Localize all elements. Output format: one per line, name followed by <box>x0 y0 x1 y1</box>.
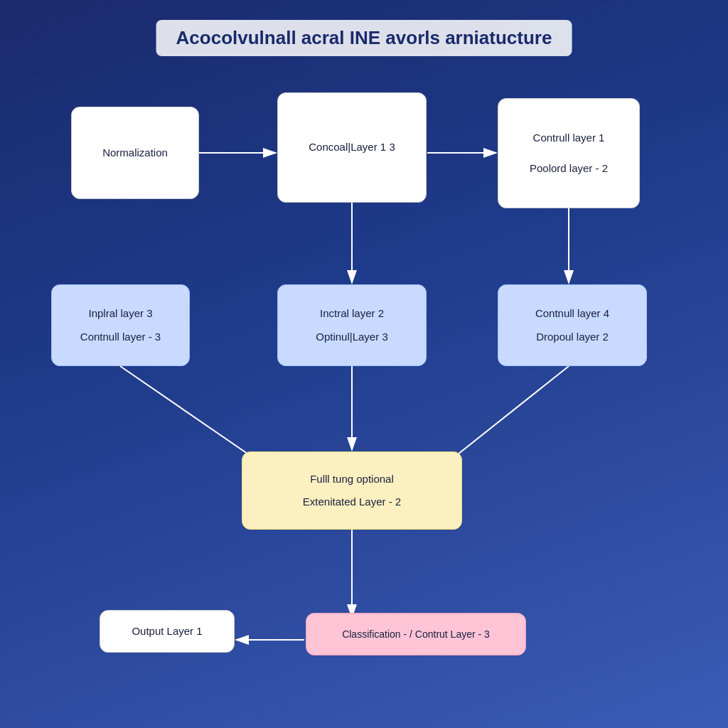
input-layer3-label1: Inplral layer 3 <box>88 306 152 322</box>
incral-layer2-box: Inctral layer 2 Optinul|Layer 3 <box>277 284 427 366</box>
diagram-title: Acocolvulnall acral INE avorls arniatuct… <box>156 20 572 56</box>
convolutional-layer-box: Concoal|Layer 1 3 <box>277 92 427 203</box>
input-layer3-label2: Contnull layer - 3 <box>80 329 161 346</box>
output-layer-label: Output Layer 1 <box>132 623 202 640</box>
control-layer1-label1: Contrull layer 1 <box>533 130 605 146</box>
full-layer-label2: Extenitated Layer - 2 <box>303 494 401 510</box>
full-layer-label1: Fulll tung optional <box>310 471 394 488</box>
output-layer-box: Output Layer 1 <box>100 610 235 653</box>
normalization-box: Normalization <box>71 107 199 199</box>
full-layer-box: Fulll tung optional Extenitated Layer - … <box>242 451 462 530</box>
contnull-layer4-label2: Dropoul layer 2 <box>536 329 609 346</box>
contnull-layer4-box: Contnull layer 4 Dropoul layer 2 <box>498 284 647 366</box>
input-layer3-box: Inplral layer 3 Contnull layer - 3 <box>51 284 190 366</box>
classification-layer-box: Classification - / Contrut Layer - 3 <box>306 613 526 655</box>
convolutional-layer-label: Concoal|Layer 1 3 <box>309 139 395 156</box>
control-layer1-box: Contrull layer 1 Poolord layer - 2 <box>498 98 640 208</box>
normalization-label: Normalization <box>102 145 168 161</box>
diagram-container: Acocolvulnall acral INE avorls arniatuct… <box>0 0 728 728</box>
contnull-layer4-label1: Contnull layer 4 <box>535 306 609 322</box>
classification-layer-label: Classification - / Contrut Layer - 3 <box>342 627 490 642</box>
control-layer1-label2: Poolord layer - 2 <box>530 161 608 177</box>
incral-layer2-label2: Optinul|Layer 3 <box>316 329 387 346</box>
incral-layer2-label1: Inctral layer 2 <box>320 306 384 322</box>
